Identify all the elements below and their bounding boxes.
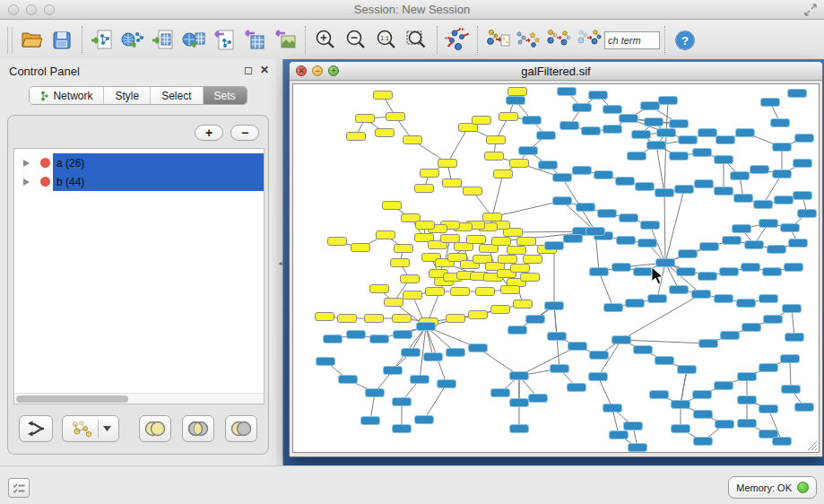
graph-node [603,126,622,134]
graph-node [698,273,717,281]
toolbar-grip[interactable] [7,27,13,54]
graph-node [393,315,412,323]
graph-node [589,91,608,100]
split-sets-button[interactable] [19,415,53,442]
graph-node [529,395,548,403]
set-label[interactable]: a (26) [56,157,84,169]
zoom-out-icon[interactable] [341,25,371,56]
graph-node [366,389,385,397]
graph-node [678,366,697,374]
tab-network[interactable]: Network [30,87,104,104]
graph-node [798,210,817,218]
venn-intersection-button[interactable] [182,415,214,442]
scrollbar-thumb[interactable] [16,395,128,403]
fullscreen-icon[interactable] [804,4,817,16]
graph-node [672,401,690,409]
help-icon[interactable]: ? [670,25,700,56]
panel-splitter[interactable]: ◄ [276,59,283,465]
venn-union-button[interactable] [139,415,171,442]
frame-close-icon[interactable]: ✕ [296,65,307,76]
graph-node [742,324,761,332]
network-frame-titlebar[interactable]: ✕ − + galFiltered.sif [290,62,822,81]
graph-node [403,136,422,144]
graph-node [508,326,527,335]
task-history-button[interactable] [8,478,30,498]
sets-list[interactable]: a (26) b (44) [13,148,265,404]
import-network-file-icon[interactable] [87,25,117,56]
float-window-icon[interactable]: ◻ [244,64,253,76]
graph-node [568,343,587,351]
minimize-window-icon[interactable] [26,4,37,15]
graph-node [339,376,358,384]
close-panel-icon[interactable]: ✕ [260,64,269,76]
graph-node [510,372,529,380]
graph-node [494,170,513,178]
graph-node [759,295,778,303]
network-frame[interactable]: ✕ − + galFiltered.sif [289,61,823,457]
venn-difference-button[interactable] [225,415,257,442]
intersection-networks-icon[interactable] [574,25,604,56]
add-set-button[interactable]: + [195,125,223,141]
resize-grip-icon[interactable] [805,439,818,451]
close-window-icon[interactable] [8,4,19,15]
set-row-b[interactable]: b (44) [14,172,264,191]
open-folder-icon[interactable] [16,25,47,56]
graph-node [328,238,347,246]
export-table-icon[interactable] [239,25,270,56]
graph-node [317,358,335,366]
network-canvas[interactable] [292,83,820,453]
merge-networks-icon[interactable] [513,25,543,56]
tab-select[interactable]: Select [151,87,203,104]
import-network-web-icon[interactable] [117,25,148,56]
graph-node [417,323,436,331]
memory-status-button[interactable]: Memory: OK [728,476,817,499]
frame-maximize-icon[interactable]: + [328,65,339,76]
graph-node [499,256,517,264]
difference-networks-icon[interactable] [543,25,574,56]
save-icon[interactable] [47,25,77,56]
graph-node [485,152,504,161]
network-graph[interactable] [293,84,820,453]
set-color-marker[interactable] [40,158,50,168]
graph-node [438,380,456,388]
horizontal-scrollbar[interactable] [14,393,264,404]
graph-node [629,444,647,452]
status-bar: Memory: OK [0,465,824,504]
create-set-button[interactable] [62,415,119,442]
export-image-icon[interactable] [270,25,300,56]
expander-icon[interactable] [23,178,30,186]
split-sets-icon [26,420,46,438]
create-set-icon [70,420,93,438]
set-label[interactable]: b (44) [56,176,84,188]
import-table-web-icon[interactable] [178,25,209,56]
graph-node [626,300,645,308]
zoom-window-icon[interactable] [44,4,55,15]
import-table-file-icon[interactable] [148,25,178,56]
set-row-a[interactable]: a (26) [14,153,264,172]
remove-set-button[interactable]: − [230,125,259,141]
graph-node [441,235,460,243]
tab-sets[interactable]: Sets [204,87,247,104]
splitter-collapse-icon[interactable]: ◄ [277,260,283,266]
window-titlebar[interactable]: Session: New Session [0,0,824,20]
main-toolbar: 1:1 ? [0,21,824,59]
frame-minimize-icon[interactable]: − [312,65,323,76]
apply-layout-icon[interactable] [442,25,473,56]
tab-style[interactable]: Style [104,87,151,104]
venn-union-icon [143,420,168,438]
graph-node [723,237,742,245]
network-from-selection-icon[interactable] [482,25,513,56]
graph-node [510,399,529,407]
zoom-actual-icon[interactable]: 1:1 [371,25,402,56]
graph-node [594,171,613,179]
zoom-fit-selected-icon[interactable] [402,25,432,56]
expander-icon[interactable] [23,160,30,167]
graph-node [610,431,629,439]
graph-node [781,224,800,232]
zoom-in-icon[interactable] [310,25,341,56]
set-color-marker[interactable] [40,177,50,187]
search-input[interactable] [604,31,660,49]
graph-node [795,135,814,143]
export-network-icon[interactable] [209,25,239,56]
graph-node [391,259,410,267]
